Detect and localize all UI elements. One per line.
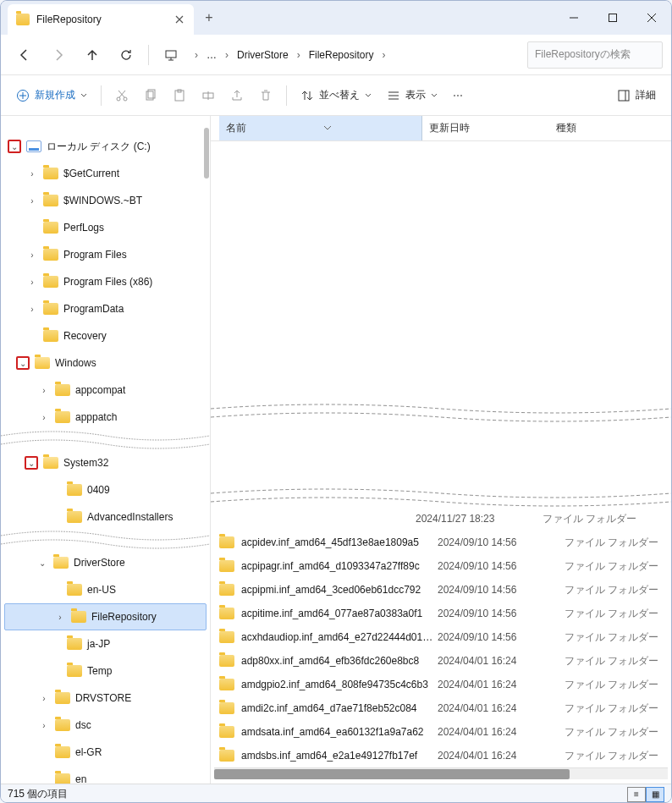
- search-input[interactable]: FileRepositoryの検索: [527, 41, 663, 69]
- tree-item[interactable]: ›FileRepository: [4, 603, 207, 630]
- chevron-down-icon[interactable]: ⌄: [16, 356, 30, 370]
- chevron-icon[interactable]: ›: [38, 413, 50, 422]
- tree-item[interactable]: ›PerfLogs: [1, 214, 210, 241]
- file-date: 2024/04/01 16:24: [438, 655, 565, 667]
- tree-item[interactable]: ›appcompat: [1, 377, 210, 404]
- chevron-right-icon[interactable]: ›: [380, 49, 387, 61]
- view-button[interactable]: 表示: [380, 81, 444, 110]
- file-row[interactable]: amdsbs.inf_amd64_e2a1e49127fb17ef2024/04…: [211, 744, 671, 767]
- folder-icon: [55, 692, 70, 704]
- back-button[interactable]: [9, 40, 40, 70]
- details-view-button[interactable]: ▦: [646, 787, 664, 802]
- folder-icon: [55, 773, 70, 784]
- tree-item[interactable]: ›0409: [1, 476, 210, 503]
- file-row[interactable]: amdsata.inf_amd64_ea60132f1a9a7a622024/0…: [211, 720, 671, 744]
- tree-item[interactable]: ›Temp: [1, 657, 210, 685]
- tree-system32[interactable]: ⌄ System32: [1, 449, 210, 476]
- file-row[interactable]: 2024/11/27 18:23ファイル フォルダー: [211, 507, 671, 531]
- view-label: 表示: [405, 88, 426, 102]
- rename-button[interactable]: [195, 81, 222, 110]
- tree-driverstore[interactable]: ⌄ DriverStore: [1, 549, 210, 576]
- breadcrumb-item[interactable]: FileRepository: [304, 47, 379, 63]
- copy-button[interactable]: [137, 81, 164, 110]
- chevron-icon[interactable]: ›: [26, 169, 38, 179]
- file-row[interactable]: acpidev.inf_amd64_45df13e8ae1809a52024/0…: [211, 531, 671, 554]
- chevron-icon[interactable]: ›: [26, 305, 38, 314]
- close-tab-icon[interactable]: [174, 14, 185, 25]
- chevron-icon[interactable]: ›: [38, 694, 50, 703]
- breadcrumb[interactable]: › … › DriverStore › FileRepository ›: [190, 41, 524, 69]
- col-name[interactable]: 名前: [219, 116, 422, 140]
- details-pane-button[interactable]: 詳細: [610, 81, 663, 110]
- file-row[interactable]: amdgpio2.inf_amd64_808fe94735c4c6b32024/…: [211, 673, 671, 696]
- tab-title: FileRepository: [36, 14, 167, 25]
- more-button[interactable]: ⋯: [446, 81, 470, 110]
- cut-button[interactable]: [108, 81, 135, 110]
- chevron-right-icon[interactable]: ›: [295, 49, 302, 61]
- tree-item[interactable]: ›en: [1, 766, 210, 784]
- active-tab[interactable]: FileRepository: [8, 4, 194, 35]
- list-view-button[interactable]: ≡: [627, 787, 646, 802]
- minimize-button[interactable]: [554, 1, 593, 35]
- maximize-button[interactable]: [593, 1, 632, 35]
- toolbar: 新規作成 並べ替え 表示 ⋯ 詳細: [1, 75, 671, 116]
- share-button[interactable]: [223, 81, 251, 110]
- tree-item[interactable]: ›$WINDOWS.~BT: [1, 187, 210, 214]
- tree-label: ProgramData: [63, 303, 124, 315]
- file-row[interactable]: amdi2c.inf_amd64_d7ae71f8eb52c0842024/04…: [211, 696, 671, 720]
- tree-item[interactable]: ›DRVSTORE: [1, 685, 210, 712]
- chevron-right-icon[interactable]: ›: [193, 49, 200, 61]
- file-row[interactable]: adp80xx.inf_amd64_efb36fdc260e8bc82024/0…: [211, 649, 671, 673]
- chevron-down-icon[interactable]: ⌄: [25, 456, 38, 470]
- col-date[interactable]: 更新日時: [422, 116, 549, 140]
- chevron-down-icon[interactable]: ⌄: [8, 140, 21, 153]
- chevron-down-icon[interactable]: ⌄: [36, 558, 48, 568]
- chevron-icon[interactable]: ›: [26, 278, 38, 287]
- sort-button[interactable]: 並べ替え: [294, 81, 378, 110]
- file-row[interactable]: acpitime.inf_amd64_077ae87a0383a0f12024/…: [211, 602, 671, 625]
- forward-button[interactable]: [43, 40, 74, 70]
- file-row[interactable]: acpipmi.inf_amd64_3ced06eb61dcc7922024/0…: [211, 578, 671, 602]
- tree-item[interactable]: ›en-US: [1, 576, 210, 603]
- folder-icon: [43, 222, 58, 234]
- chevron-icon[interactable]: ›: [26, 196, 38, 206]
- tree-item[interactable]: ›AdvancedInstallers: [1, 503, 210, 531]
- col-type[interactable]: 種類: [549, 116, 671, 140]
- tree-item[interactable]: ›el-GR: [1, 739, 210, 766]
- file-name: amdgpio2.inf_amd64_808fe94735c4c6b3: [241, 679, 438, 690]
- tree-item[interactable]: ›ja-JP: [1, 630, 210, 657]
- h-scrollbar[interactable]: [214, 767, 668, 779]
- tree-item[interactable]: ›Program Files (x86): [1, 268, 210, 295]
- tree-scrollbar[interactable]: [204, 128, 209, 179]
- tree-item[interactable]: ›Program Files: [1, 241, 210, 268]
- chevron-right-icon[interactable]: ›: [223, 49, 230, 61]
- up-button[interactable]: [77, 40, 107, 70]
- breadcrumb-ellipsis[interactable]: …: [201, 47, 222, 63]
- new-button[interactable]: 新規作成: [9, 81, 94, 110]
- tree-windows[interactable]: ⌄ Windows: [1, 349, 210, 377]
- chevron-icon[interactable]: ›: [54, 613, 66, 622]
- tree-label: Program Files (x86): [63, 276, 152, 288]
- chevron-icon[interactable]: ›: [38, 386, 50, 395]
- refresh-button[interactable]: [111, 40, 141, 70]
- file-row[interactable]: acxhdaudiop.inf_amd64_e27d22444d0170..20…: [211, 625, 671, 649]
- file-row[interactable]: acpipagr.inf_amd64_d1093347a27ff89c2024/…: [211, 554, 671, 578]
- chevron-icon[interactable]: ›: [26, 250, 38, 260]
- tree-label: ja-JP: [87, 638, 110, 650]
- svg-point-3: [117, 97, 120, 101]
- tree-item[interactable]: ›apppatch: [1, 404, 210, 431]
- tree-item[interactable]: ›dsc: [1, 712, 210, 739]
- tree-item[interactable]: ›Recovery: [1, 322, 210, 349]
- file-type: ファイル フォルダー: [565, 536, 671, 550]
- new-tab-button[interactable]: +: [194, 1, 224, 35]
- close-window-button[interactable]: [632, 1, 671, 35]
- tree-root[interactable]: ⌄ ローカル ディスク (C:): [1, 133, 210, 160]
- tree-item[interactable]: ›$GetCurrent: [1, 160, 210, 187]
- breadcrumb-item[interactable]: DriverStore: [232, 47, 294, 63]
- folder-icon: [16, 14, 30, 25]
- chevron-icon[interactable]: ›: [38, 721, 50, 730]
- tree-item[interactable]: ›ProgramData: [1, 295, 210, 322]
- paste-button[interactable]: [166, 81, 193, 110]
- delete-button[interactable]: [252, 81, 279, 110]
- pc-icon[interactable]: [156, 40, 186, 70]
